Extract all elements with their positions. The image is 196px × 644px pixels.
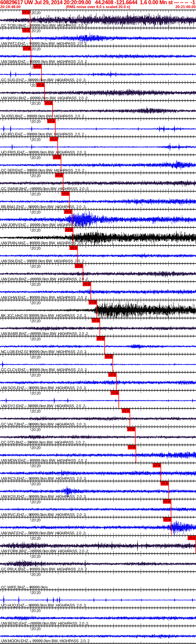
station-channel-label: CC.SUG.EHZ.-- 99999.0km BW HIGHPASS 2.0 … [1,78,85,82]
pick-flag[interactable]: ×T 4 [83,282,91,286]
trace-panel: 20:20×T 4UW.PAT2.EHZ.-- 99999.0km BW HIG… [0,28,196,46]
trace-panel: 20:20×T 4NC.LGB.EHZ.02 99999.0km BW HIGH… [0,336,196,354]
trace-panel: 20:20×T 4UO.FRIS.EHZ.-- 99999.0km BW HIG… [0,136,196,155]
station-channel-label: UW.WISH.BHZ.-- 99999.0km BW HIGHPASS 2.0… [1,96,87,100]
station-channel-label: UO.HUQ.EHZ.-- 99999.0km BW HIGHPASS 2.0 … [1,603,86,608]
minute-label: 20:20 [31,174,41,178]
minute-label: 20:20 [31,500,41,504]
pick-flag[interactable]: ×T 4 [75,264,83,268]
pick-flag[interactable]: ×T 4 [161,481,169,486]
trace-panel: 20:20×T 4UW.GHW.EHZ.-- 99999.0km BW HIGH… [0,281,196,299]
minute-label: 20:20 [31,246,41,251]
minute-label: 20:20 [31,137,41,142]
minute-label: 20:20 [31,11,41,15]
station-channel-label: UW.MOON.EHZ.-- 99999.0km BW HIGHPASS 2.0… [1,639,90,643]
trace-panel: 20:20UW.BEND.EHZ.-- 99999.0km BW HIGHPAS… [0,608,196,626]
trace-panel: 20:20UO.HUQ.EHZ.-- 99999.0km BW HIGHPASS… [0,589,196,608]
trace-panel-list: 20:20×T 4CC.TCBU.BHZ.-- 99999.0km BW HIG… [0,10,196,644]
pick-flag[interactable]: ×T 4 [22,28,30,33]
station-channel-label: UW.KOS.EHZ.-- 99999.0km BW HIGHPASS 2.0 … [1,494,86,499]
pick-flag[interactable]: ×T 4 [127,427,135,431]
station-channel-label: UW.FORK.BHZ.-- 99999.0km BW HIGHPASS 2.0… [1,549,88,553]
pick-flag[interactable]: ×T 4 [188,536,196,540]
minute-label: 20:20 [31,536,41,541]
pick-flag[interactable]: ×T 4 [55,173,63,177]
pick-flag[interactable]: ×T 4 [105,355,113,359]
pick-flag[interactable]: ×T 4 [69,246,78,250]
minute-label: 20:20 [31,554,41,559]
trace-panel: 20:20×T 4CC.SEP.EHZ.-- 99999.0km BW HIGH… [0,155,196,173]
minute-label: 20:20 [31,101,41,106]
station-channel-label: UW.SMW.EHZ.-- 99999.0km BW HIGHPASS 2.0 … [1,59,87,64]
pick-flag[interactable]: ×T 4 [153,463,161,467]
station-channel-label: UW.PAT2.EHZ.-- 99999.0km BW HIGHPASS 2.0… [1,41,87,46]
pick-flag[interactable]: ×T 4 [89,300,97,305]
pick-flag[interactable]: ×T 4 [128,445,136,449]
station-channel-label: UW.DY2.EHZ.-- 99999.0km BW HIGHPASS 2.0 … [1,404,85,408]
pick-flag[interactable]: ×T 4 [64,210,72,214]
minute-label: 20:20 [31,409,41,414]
minute-label: 20:20 [31,264,41,269]
station-channel-label: PB.B941.EHZ.-- 99999.0km BW HIGHPASS 2.0… [1,205,85,209]
pick-flag[interactable]: ×T 4 [33,64,41,69]
station-channel-label: UW.DAVN.BHZ.-- 99999.0km BW HIGHPASS 2.0… [1,277,88,281]
pick-flag[interactable]: ×T 4 [96,336,105,341]
pick-flag[interactable]: ×T 4 [61,192,69,196]
time-axis-header: 20:19:49.00 (RMS noise over 6.0 s scaled… [0,5,196,9]
pick-flag[interactable]: ×T 4 [163,517,171,522]
minute-label: 20:20 [31,608,41,613]
pick-flag[interactable]: ×T 4 [50,137,58,141]
trace-panel: 20:20×T 4UW.WISH.BHZ.-- 99999.0km BW HIG… [0,82,196,100]
station-channel-label: UW.PHIN.HHZ.-- 99999.0km BW HIGHPASS 2.0… [1,241,87,245]
minute-label: 20:20 [31,337,41,341]
pick-flag[interactable]: ×T 4 [65,228,73,232]
station-channel-label: UW.RCS.EHZ.-- 99999.0km BW HIGHPASS 2.0 … [1,476,86,481]
pick-flag[interactable]: ×T 4 [44,101,53,105]
trace-panel: 20:20×T 4UW.FORK.BHZ.-- 99999.0km BW HIG… [0,535,196,553]
station-channel-label: UW.JORV.EHZ.-- 99999.0km BW HIGHPASS 2.0… [1,223,87,227]
station-channel-label: CC.VALT.BHZ.-- 99999.0km BW HIGHPASS 2.0… [1,422,85,427]
trace-panel: 20:20×T 4PB.B941.EHZ.-- 99999.0km BW HIG… [0,191,196,209]
pick-flag[interactable]: ×T 4 [36,83,44,87]
trace-panel: 20:20×T 4UW.SNI.EHZ.-- 99999.0km BW HIGH… [0,245,196,263]
pick-flag[interactable]: ×T 4 [92,318,100,323]
station-channel-label: UW.SNI.EHZ.-- 99999.0km BW HIGHPASS 2.0 … [1,259,84,263]
pick-flag[interactable]: ×T 4 [108,373,116,377]
minute-label: 20:20 [31,391,41,395]
pick-flag[interactable]: ×T 4 [122,409,130,413]
trace-panel: 20:20×T 4UW.RCS.EHZ.-- 99999.0km BW HIGH… [0,463,196,481]
minute-label: 20:20 [31,155,41,160]
pick-flag[interactable]: ×T 4 [111,391,119,395]
pick-flag[interactable]: ×T 4 [22,10,30,14]
seismic-waveform-viewer: 60829617 UW Jul 29, 2014 20:20:09.00 44.… [0,0,196,644]
event-header: 60829617 UW Jul 29, 2014 20:20:09.00 44.… [0,0,196,10]
station-channel-label: CC.PRLK.BHZ.-- 99999.0km BW HIGHPASS 2.0… [1,567,87,571]
pick-flag[interactable]: ×T 4 [47,119,55,123]
station-channel-label: UO.IRO.EHZ.-- 99999.0km BW HIGHPASS 2.0 … [1,132,84,136]
minute-label: 20:20 [31,627,41,631]
pick-flag[interactable]: ×T 4 [23,46,31,51]
trace-panel: 20:20×T 4BK.JCC.HHZ.00 99999.0km BW HIGH… [0,300,196,318]
station-channel-label: BK.JCC.HHZ.00 99999.0km BW HIGHPASS 2.0 … [1,313,86,318]
minute-label: 20:20 [31,355,41,359]
minute-label: 20:20 [31,228,41,233]
minute-label: 20:20 [31,518,41,522]
minute-label: 20:20 [31,301,41,305]
rms-scaling-note: (RMS noise over 6.0 s scaled 20.0 x) [0,5,196,9]
window-end-time: 20:21:00.00 [176,5,196,9]
station-channel-label: NC.LGB.EHZ.02 99999.0km BW HIGHPASS 2.0 … [1,349,86,354]
pick-flag[interactable]: ×T 4 [53,155,61,159]
pick-flag[interactable]: ×T 4 [163,499,171,504]
trace-panel: 20:20×T 4CC.SWNB.BHZ.-- 99999.0km BW HIG… [0,173,196,191]
minute-label: 20:20 [31,119,41,124]
trace-panel: 20:20×T 4UW.BABR.BHZ.-- 99999.0km BW HIG… [0,318,196,336]
trace-panel: 20:20×T 4UW.KOS.EHZ.-- 99999.0km BW HIGH… [0,481,196,499]
minute-label: 20:20 [31,192,41,196]
minute-label: 20:20 [31,210,41,214]
trace-panel: 20:20×T 4UW.RVC.EHZ.-- 99999.0km BW HIGH… [0,499,196,517]
station-channel-label: UW.BEND.EHZ.-- 99999.0km BW HIGHPASS 2.0… [1,621,88,626]
trace-panel: 20:20CC.PRLK.BHZ.-- 99999.0km BW HIGHPAS… [0,553,196,571]
trace-panel: 20:20×T 4UW.MDW.EHZ.-- 99999.0km BW HIGH… [0,445,196,463]
trace-panel: 20:20×T 4UW.JORV.EHZ.-- 99999.0km BW HIG… [0,209,196,227]
trace-panel: 20:20×T 4UW.DAVN.BHZ.-- 99999.0km BW HIG… [0,263,196,281]
